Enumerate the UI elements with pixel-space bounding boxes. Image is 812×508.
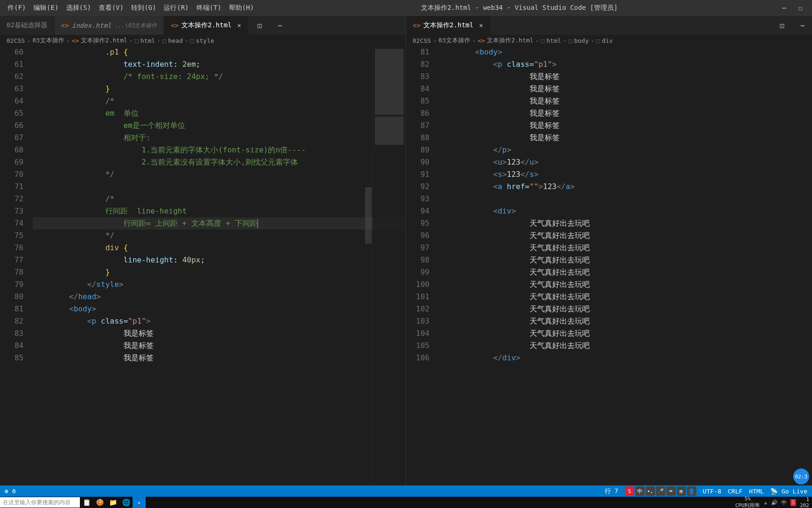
ime-keyboard-icon[interactable]: ⌨ (666, 486, 676, 496)
symbol-icon: ⬚ (596, 37, 600, 44)
split-editor-icon[interactable]: ◫ (248, 16, 271, 35)
crumb[interactable]: 文本操作2.html (487, 36, 533, 45)
more-icon[interactable]: ⋯ (271, 16, 289, 35)
minimize-icon[interactable]: ─ (781, 4, 788, 12)
html-file-icon: <> (61, 22, 69, 29)
symbol-icon: ⬚ (163, 37, 166, 44)
menu-file[interactable]: 件(F) (4, 4, 30, 12)
more-icon[interactable]: ⋯ (793, 16, 812, 35)
html-file-icon: <> (477, 37, 485, 44)
tab-label: 文本操作2.html (181, 21, 232, 30)
menu-select[interactable]: 选择(S) (62, 4, 95, 12)
menu-edit[interactable]: 编辑(E) (30, 4, 62, 12)
tab-label: 02基础选择器 (7, 21, 47, 30)
minimap[interactable] (373, 46, 406, 497)
cpu-meter[interactable]: 5% CPU利用率 (735, 496, 760, 508)
crumb[interactable]: html (141, 37, 155, 44)
menu-run[interactable]: 运行(R) (160, 4, 192, 12)
crumb[interactable]: 03文本操作 (32, 36, 64, 45)
tab-bar-right: <> 文本操作2.html × ◫ ⋯ (406, 16, 812, 35)
tab-basic-selector[interactable]: 02基础选择器 (0, 16, 55, 35)
status-errors[interactable]: ⊗ 0 (5, 488, 16, 495)
task-vscode-icon[interactable]: ✦ (133, 497, 146, 508)
tab-text2-html[interactable]: <> 文本操作2.html × (164, 16, 248, 35)
crumb[interactable]: 02CSS (7, 37, 25, 44)
status-language[interactable]: HTML (749, 488, 764, 495)
window-title: 文本操作2.html - web34 - Visual Studio Code … (258, 4, 781, 12)
menu-goto[interactable]: 转到(G) (127, 4, 160, 12)
symbol-icon: ⬚ (569, 37, 572, 44)
tab-bar-left: 02基础选择器 <> index.html ...\03文本操作 <> 文本操作… (0, 16, 406, 35)
close-icon[interactable]: × (479, 22, 483, 29)
tab-label: index.html (72, 22, 111, 29)
editor-pane-left: 02基础选择器 <> index.html ...\03文本操作 <> 文本操作… (0, 16, 406, 497)
status-bar: ⊗ 0 行 7 S 中 •, 🎤 ⌨ ⊞ 👤 UTF-8 CRLF HTML 📡… (0, 485, 812, 497)
tray-sound-icon[interactable]: 🔊 (771, 500, 778, 506)
menu-term[interactable]: 终端(T) (193, 4, 225, 12)
task-app-icon[interactable]: 📋 (80, 497, 93, 508)
task-explorer-icon[interactable]: 📁 (106, 497, 119, 508)
editor-pane-right: <> 文本操作2.html × ◫ ⋯ 02CSS› 03文本操作› <> 文本… (406, 16, 812, 497)
crumb[interactable]: html (547, 37, 561, 44)
crumb[interactable]: div (602, 37, 613, 44)
tab-index-html[interactable]: <> index.html ...\03文本操作 (55, 16, 164, 35)
crumb[interactable]: 03文本操作 (438, 36, 470, 45)
symbol-icon: ⬚ (190, 37, 194, 44)
crumb[interactable]: 02CSS (413, 37, 431, 44)
scrollbar-thumb[interactable] (365, 187, 372, 244)
split-editor-icon[interactable]: ◫ (771, 16, 793, 35)
tab-text2-html-right[interactable]: <> 文本操作2.html × (406, 16, 490, 35)
tab-label: 文本操作2.html (423, 21, 474, 30)
breadcrumb-right[interactable]: 02CSS› 03文本操作› <> 文本操作2.html› ⬚ html› ⬚ … (406, 35, 812, 46)
timer-badge[interactable]: 02:3 (793, 468, 809, 484)
html-file-icon: <> (71, 37, 79, 44)
crumb[interactable]: 文本操作2.html (81, 36, 127, 45)
ime-logo-icon[interactable]: S (625, 486, 634, 496)
menu-view[interactable]: 查看(V) (95, 4, 127, 12)
code-editor-right[interactable]: <body> <p class="p1"> 我是标签 我是标签 我是标签 我是标… (439, 46, 812, 497)
maximize-icon[interactable]: ☐ (797, 4, 804, 12)
status-eol[interactable]: CRLF (728, 488, 742, 495)
ime-grid-icon[interactable]: ⊞ (677, 486, 686, 496)
symbol-icon: ⬚ (135, 37, 139, 44)
taskbar: 在这里输入你要搜索的内容 📋 🍪 📁 🌐 ✦ 5% CPU利用率 ⟁ 🔊 中 S… (0, 497, 812, 508)
tray-clock[interactable]: 1 202 (800, 496, 809, 508)
editor-group: 02基础选择器 <> index.html ...\03文本操作 <> 文本操作… (0, 16, 812, 497)
tray-ime-icon[interactable]: 中 (781, 499, 787, 506)
tray-net-icon[interactable]: ⟁ (764, 500, 767, 506)
task-app-icon[interactable]: 🍪 (93, 497, 106, 508)
menu-help[interactable]: 帮助(H) (225, 4, 258, 12)
crumb[interactable]: body (574, 37, 589, 44)
crumb[interactable]: head (168, 37, 183, 44)
tray-sogou-icon[interactable]: S (790, 499, 796, 506)
code-editor-left[interactable]: .p1 { text-indent: 2em; /* font-size: 24… (33, 46, 406, 497)
ime-punct-icon[interactable]: •, (646, 486, 655, 496)
task-chrome-icon[interactable]: 🌐 (119, 497, 133, 508)
crumb[interactable]: style (196, 37, 214, 44)
taskbar-search[interactable]: 在这里输入你要搜索的内容 (0, 497, 80, 508)
line-number-gutter: 8182838485868788899091929394959697989910… (406, 46, 439, 497)
ime-mic-icon[interactable]: 🎤 (656, 486, 665, 496)
menu-bar: 件(F) 编辑(E) 选择(S) 查看(V) 转到(G) 运行(R) 终端(T)… (0, 0, 812, 16)
close-icon[interactable]: × (237, 22, 241, 29)
status-encoding[interactable]: UTF-8 (703, 488, 721, 495)
html-file-icon: <> (413, 22, 421, 29)
status-cursor-pos[interactable]: 行 7 (605, 487, 618, 495)
breadcrumb-left[interactable]: 02CSS› 03文本操作› <> 文本操作2.html› ⬚ html› ⬚ … (0, 35, 406, 46)
symbol-icon: ⬚ (541, 37, 545, 44)
ime-cell[interactable]: 中 (635, 486, 645, 496)
line-number-gutter: 6061626364656667686970717273747576777879… (0, 46, 33, 497)
html-file-icon: <> (171, 22, 179, 29)
tab-hint: ...\03文本操作 (114, 22, 157, 30)
status-go-live[interactable]: 📡 Go Live (770, 488, 807, 495)
ime-user-icon[interactable]: 👤 (687, 486, 696, 496)
